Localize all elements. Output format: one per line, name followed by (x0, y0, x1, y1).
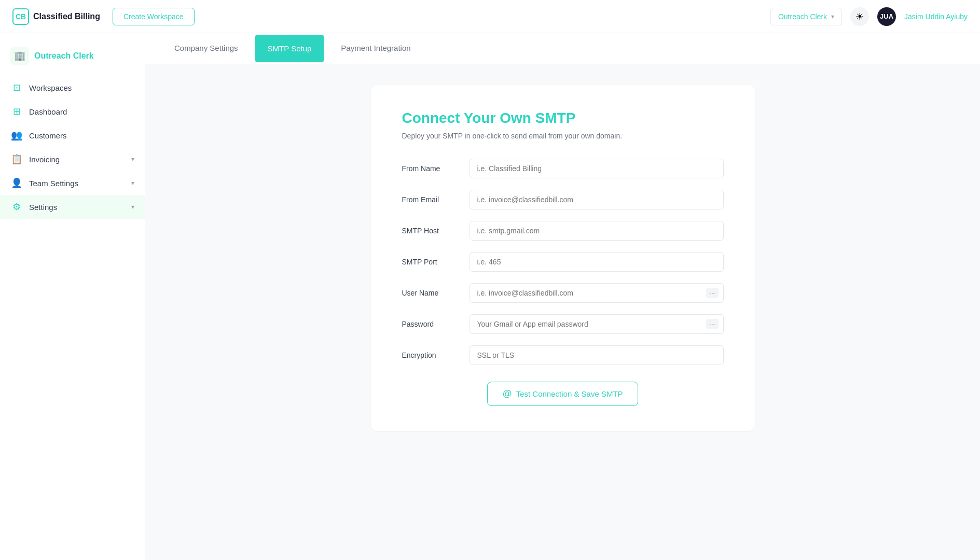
tabs-bar: Company Settings SMTP Setup Payment Inte… (145, 33, 980, 64)
smtp-port-input-wrap (470, 252, 724, 272)
form-row-from-name: From Name (402, 159, 724, 178)
sidebar-item-invoicing[interactable]: 📋 Invoicing ▾ (0, 147, 145, 171)
form-row-smtp-host: SMTP Host (402, 221, 724, 241)
user-name-input-wrap: ··· (470, 283, 724, 303)
team-settings-icon: 👤 (10, 177, 23, 189)
from-email-label: From Email (402, 195, 470, 204)
sidebar-item-settings[interactable]: ⚙ Settings ▾ (0, 195, 145, 219)
form-row-encryption: Encryption (402, 345, 724, 365)
tab-smtp-setup[interactable]: SMTP Setup (255, 35, 324, 62)
smtp-card: Connect Your Own SMTP Deploy your SMTP i… (371, 85, 755, 431)
sidebar-item-label: Dashboard (29, 107, 134, 116)
encryption-input[interactable] (470, 345, 724, 365)
settings-icon: ⚙ (10, 201, 23, 213)
layout: 🏢 Outreach Clerk ⊡ Workspaces ⊞ Dashboar… (0, 33, 980, 560)
tab-payment-integration[interactable]: Payment Integration (328, 34, 423, 63)
topnav-right: Outreach Clerk ▾ ☀ JUA Jasim Uddin Ayiub… (770, 7, 968, 26)
test-connection-button[interactable]: @ Test Connection & Save SMTP (487, 382, 638, 406)
workspace-selector[interactable]: Outreach Clerk ▾ (770, 8, 842, 25)
topnav-left: CB Classified Billing Create Workspace (12, 8, 195, 25)
workspaces-icon: ⊡ (10, 82, 23, 93)
avatar: JUA (877, 7, 896, 26)
from-email-input[interactable] (470, 190, 724, 209)
smtp-host-label: SMTP Host (402, 227, 470, 235)
create-workspace-button[interactable]: Create Workspace (113, 8, 195, 25)
content-area: Connect Your Own SMTP Deploy your SMTP i… (145, 64, 980, 560)
form-row-password: Password ··· (402, 314, 724, 334)
smtp-host-input-wrap (470, 221, 724, 241)
user-name-label: User Name (402, 289, 470, 297)
at-icon: @ (502, 388, 512, 399)
main: Company Settings SMTP Setup Payment Inte… (145, 33, 980, 560)
test-btn-label: Test Connection & Save SMTP (516, 389, 623, 398)
sidebar-item-label: Settings (29, 203, 125, 212)
user-name-input[interactable] (470, 283, 724, 303)
chevron-down-icon: ▾ (131, 203, 134, 211)
more-options-icon[interactable]: ··· (706, 288, 719, 298)
sidebar-item-label: Team Settings (29, 179, 125, 188)
tab-separator (253, 43, 253, 55)
chevron-down-icon: ▾ (131, 179, 134, 187)
tab-separator (326, 43, 326, 55)
sidebar-item-dashboard[interactable]: ⊞ Dashboard (0, 100, 145, 123)
form-row-smtp-port: SMTP Port (402, 252, 724, 272)
sidebar-item-customers[interactable]: 👥 Customers (0, 123, 145, 147)
invoicing-icon: 📋 (10, 153, 23, 165)
logo-icon: CB (12, 8, 29, 25)
tab-company-settings[interactable]: Company Settings (162, 34, 251, 63)
smtp-host-input[interactable] (470, 221, 724, 241)
test-btn-wrap: @ Test Connection & Save SMTP (402, 382, 724, 406)
username: Jasim Uddin Ayiuby (904, 12, 968, 21)
logo: CB Classified Billing (12, 8, 100, 25)
smtp-port-input[interactable] (470, 252, 724, 272)
sidebar-item-label: Customers (29, 131, 134, 140)
more-options-icon[interactable]: ··· (706, 319, 719, 329)
sidebar-workspace-label: Outreach Clerk (34, 51, 94, 61)
dashboard-icon: ⊞ (10, 106, 23, 117)
chevron-down-icon: ▾ (831, 13, 834, 20)
smtp-port-label: SMTP Port (402, 258, 470, 266)
sidebar-item-workspaces[interactable]: ⊡ Workspaces (0, 76, 145, 100)
from-name-label: From Name (402, 164, 470, 173)
theme-toggle-button[interactable]: ☀ (850, 7, 869, 26)
password-label: Password (402, 320, 470, 328)
form-row-from-email: From Email (402, 190, 724, 209)
sidebar-item-label: Workspaces (29, 83, 134, 92)
smtp-subtitle: Deploy your SMTP in one-click to send em… (402, 132, 724, 140)
from-email-input-wrap (470, 190, 724, 209)
sidebar: 🏢 Outreach Clerk ⊡ Workspaces ⊞ Dashboar… (0, 33, 145, 560)
app-name: Classified Billing (33, 12, 100, 21)
form-row-user-name: User Name ··· (402, 283, 724, 303)
password-input[interactable] (470, 314, 724, 334)
from-name-input-wrap (470, 159, 724, 178)
from-name-input[interactable] (470, 159, 724, 178)
sidebar-item-label: Invoicing (29, 155, 125, 164)
smtp-title: Connect Your Own SMTP (402, 110, 724, 127)
chevron-down-icon: ▾ (131, 156, 134, 163)
topnav: CB Classified Billing Create Workspace O… (0, 0, 980, 33)
encryption-label: Encryption (402, 351, 470, 359)
sidebar-item-team-settings[interactable]: 👤 Team Settings ▾ (0, 171, 145, 195)
password-input-wrap: ··· (470, 314, 724, 334)
workspace-selector-label: Outreach Clerk (778, 12, 827, 21)
sidebar-workspace: 🏢 Outreach Clerk (0, 41, 145, 76)
encryption-input-wrap (470, 345, 724, 365)
workspace-icon: 🏢 (10, 47, 29, 65)
customers-icon: 👥 (10, 130, 23, 141)
sun-icon: ☀ (855, 11, 864, 22)
